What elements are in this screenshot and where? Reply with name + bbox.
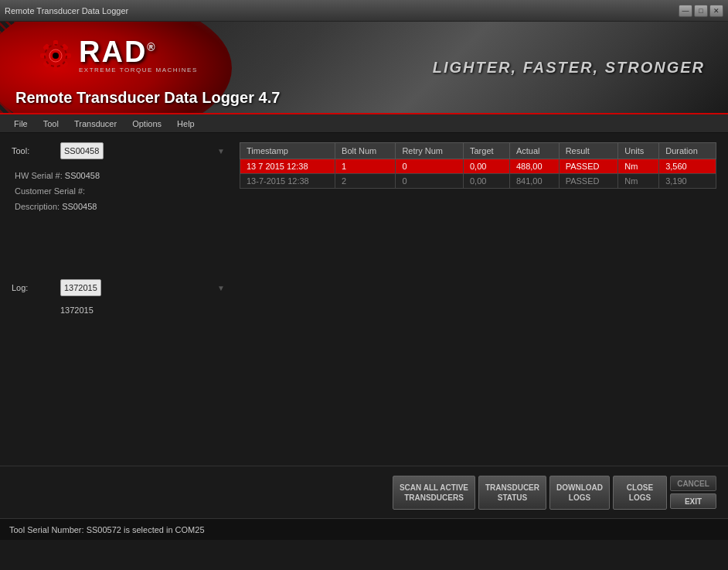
col-bolt-num: Bolt Num xyxy=(335,143,396,159)
svg-rect-9 xyxy=(61,60,69,68)
bottom-action-bar: SCAN ALL ACTIVETRANSDUCERS TRANSDUCERSTA… xyxy=(0,466,728,518)
menu-file[interactable]: File xyxy=(6,118,36,130)
gear-icon xyxy=(39,39,73,73)
header-slogan: LIGHTER, FASTER, STRONGER xyxy=(433,59,705,77)
col-result: Result xyxy=(559,143,618,159)
exit-button[interactable]: EXIT xyxy=(670,493,716,509)
brand-tagline: EXTREME TORQUE MACHINES xyxy=(79,67,198,73)
download-logs-button[interactable]: DOWNLOADLOGS xyxy=(549,476,610,510)
cancel-exit-group: CANCEL EXIT xyxy=(670,476,716,509)
rad-logo: RAD® EXTREME TORQUE MACHINES xyxy=(39,37,198,73)
transducer-status-button[interactable]: TRANSDUCERSTATUS xyxy=(478,476,546,510)
menu-tool[interactable]: Tool xyxy=(36,118,66,130)
log-select[interactable]: 1372015 xyxy=(60,279,101,296)
close-button[interactable]: ✕ xyxy=(709,5,723,17)
tool-info-section: HW Serial #: SS00458 Customer Serial #: … xyxy=(15,169,228,214)
menu-bar: File Tool Transducer Options Help xyxy=(0,114,728,133)
col-duration: Duration xyxy=(659,143,716,159)
tool-select-arrow-icon: ▼ xyxy=(217,147,225,155)
app-title: Remote Transducer Data Logger 4.7 xyxy=(15,89,280,107)
customer-serial-label: Customer Serial #: xyxy=(15,186,85,196)
description-label: Description: xyxy=(15,202,60,211)
menu-options[interactable]: Options xyxy=(124,118,169,130)
customer-serial-line: Customer Serial #: xyxy=(15,184,228,200)
right-panel: Timestamp Bolt Num Retry Num Target Actu… xyxy=(240,142,716,456)
left-panel-spacer xyxy=(12,224,228,270)
col-actual: Actual xyxy=(509,143,559,159)
status-bar: Tool Serial Number: SS00572 is selected … xyxy=(0,518,728,540)
title-bar-buttons: — □ ✕ xyxy=(679,5,723,17)
close-logs-button[interactable]: CLOSELOGS xyxy=(613,476,667,510)
log-select-arrow-icon: ▼ xyxy=(217,284,225,292)
menu-help[interactable]: Help xyxy=(169,118,202,130)
tool-select[interactable]: SS00458 xyxy=(60,142,104,159)
log-select-wrapper: 1372015 ▼ xyxy=(60,279,228,296)
svg-point-1 xyxy=(53,53,59,59)
hw-serial-label: HW Serial #: xyxy=(15,171,63,180)
data-table: Timestamp Bolt Num Retry Num Target Actu… xyxy=(240,142,716,189)
log-list-item: 1372015 xyxy=(60,305,228,315)
description-line: Description: SS00458 xyxy=(15,200,228,215)
col-units: Units xyxy=(618,143,659,159)
main-content: Tool: SS00458 ▼ HW Serial #: SS00458 Cus… xyxy=(0,133,728,466)
cancel-button[interactable]: CANCEL xyxy=(670,476,716,491)
status-text: Tool Serial Number: SS00572 is selected … xyxy=(9,525,205,534)
tool-select-wrapper: SS00458 ▼ xyxy=(60,142,228,159)
header-banner: RAD® EXTREME TORQUE MACHINES LIGHTER, FA… xyxy=(0,22,728,114)
restore-button[interactable]: □ xyxy=(694,5,708,17)
hw-serial-line: HW Serial #: SS00458 xyxy=(15,169,228,184)
scan-all-transducers-button[interactable]: SCAN ALL ACTIVETRANSDUCERS xyxy=(393,476,475,510)
log-label: Log: xyxy=(12,283,54,292)
minimize-button[interactable]: — xyxy=(679,5,692,17)
title-bar: Remote Transducer Data Logger — □ ✕ xyxy=(0,0,728,22)
description-value: SS00458 xyxy=(62,202,97,211)
menu-transducer[interactable]: Transducer xyxy=(66,118,124,130)
brand-name: RAD® xyxy=(79,37,198,67)
table-row[interactable]: 13 7 2015 12:38100,00488,00PASSEDNm3,560 xyxy=(240,159,716,174)
log-field-row: Log: 1372015 ▼ xyxy=(12,279,228,296)
col-timestamp: Timestamp xyxy=(240,143,335,159)
table-row[interactable]: 13-7-2015 12:38200,00841,00PASSEDNm3,190 xyxy=(240,174,716,189)
table-header-row: Timestamp Bolt Num Retry Num Target Actu… xyxy=(240,143,716,159)
tool-field-row: Tool: SS00458 ▼ xyxy=(12,142,228,159)
brand-text-group: RAD® EXTREME TORQUE MACHINES xyxy=(79,37,198,73)
hw-serial-value: SS00458 xyxy=(65,171,100,180)
table-body: 13 7 2015 12:38100,00488,00PASSEDNm3,560… xyxy=(240,159,716,189)
logo-area: RAD® EXTREME TORQUE MACHINES xyxy=(39,37,198,73)
col-retry-num: Retry Num xyxy=(396,143,464,159)
title-bar-text: Remote Transducer Data Logger xyxy=(5,6,128,15)
col-target: Target xyxy=(464,143,510,159)
left-panel: Tool: SS00458 ▼ HW Serial #: SS00458 Cus… xyxy=(12,142,228,456)
tool-label: Tool: xyxy=(12,146,54,155)
